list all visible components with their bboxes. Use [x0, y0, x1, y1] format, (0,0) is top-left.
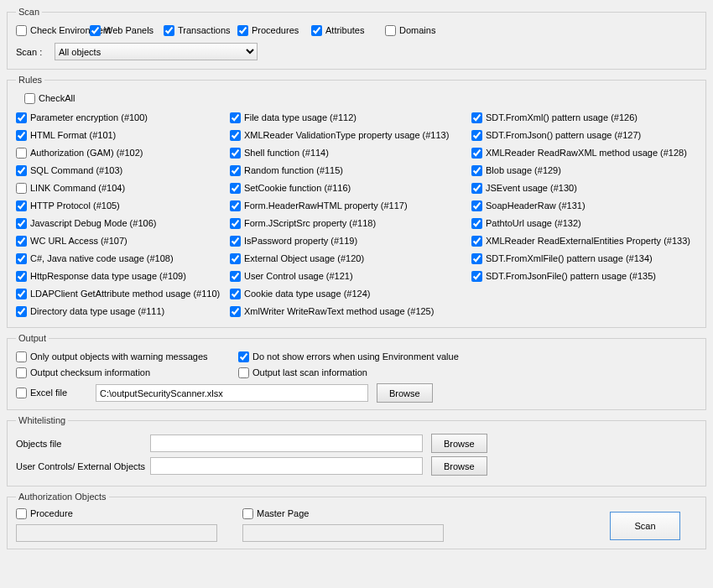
rule-item[interactable]: PathtoUrl usage (#132): [471, 215, 697, 232]
chk-procedure[interactable]: Procedure: [16, 507, 234, 521]
wl-usercontrols-row: User Controls/ External Objects Browse: [16, 456, 697, 476]
rule-item[interactable]: Blob usage (#129): [471, 162, 697, 180]
rule-label: PathtoUrl usage (#132): [486, 216, 581, 231]
rule-label: XMLReader ReadExternalEntities Property …: [486, 234, 690, 248]
rules-grid: Parameter encryption (#100)HTML Format (…: [16, 109, 697, 320]
wl-objects-browse-button[interactable]: Browse: [431, 434, 487, 453]
rule-label: HTTP Protocol (#105): [30, 199, 120, 213]
rule-item[interactable]: IsPassword property (#119): [230, 232, 471, 250]
auth-fieldset: Authorization Objects Procedure Master P…: [7, 492, 706, 549]
rules-col-2: File data type usage (#112)XMLReader Val…: [230, 109, 471, 320]
rule-label: SQL Command (#103): [30, 164, 122, 178]
rule-item[interactable]: XMLReader ReadRawXML method usage (#128): [471, 144, 697, 162]
master-page-input[interactable]: [242, 524, 444, 542]
scan-types-row: Check Environment Web Panels Transaction…: [16, 23, 697, 38]
chk-checkall[interactable]: CheckAll: [24, 91, 75, 106]
rule-item[interactable]: SQL Command (#103): [16, 162, 230, 180]
auth-master-col: Master Page: [242, 507, 469, 542]
wl-objects-row: Objects file Browse: [16, 434, 697, 453]
wl-usercontrols-input[interactable]: [150, 457, 423, 475]
rule-item[interactable]: SoapHeaderRaw (#131): [471, 197, 697, 215]
rule-label: IsPassword property (#119): [244, 234, 357, 248]
rule-item[interactable]: Form.JScriptSrc property (#118): [230, 215, 471, 232]
rule-item[interactable]: Javascript Debug Mode (#106): [16, 215, 230, 232]
rule-item[interactable]: C#, Java native code usage (#108): [16, 250, 230, 268]
rule-label: LDAPClient GetAttribute method usage (#1…: [30, 287, 220, 301]
chk-only-warnings[interactable]: Only output objects with warning message…: [16, 350, 230, 364]
rule-item[interactable]: SetCookie function (#116): [230, 180, 471, 197]
rule-label: SetCookie function (#116): [244, 181, 351, 195]
rule-item[interactable]: File data type usage (#112): [230, 109, 471, 127]
scan-select-row: Scan : All objects: [16, 43, 697, 60]
rule-item[interactable]: XmlWriter WriteRawText method usage (#12…: [230, 303, 471, 320]
excel-browse-button[interactable]: Browse: [377, 383, 433, 403]
chk-check-environment[interactable]: Check Environment: [16, 23, 90, 38]
rule-item[interactable]: XMLReader ValidationType property usage …: [230, 127, 471, 144]
rule-label: HttpResponse data type usage (#109): [30, 269, 186, 284]
rule-item[interactable]: HttpResponse data type usage (#109): [16, 268, 230, 285]
rule-item[interactable]: Authorization (GAM) (#102): [16, 144, 230, 162]
rule-item[interactable]: Directory data type usage (#111): [16, 303, 230, 320]
rule-label: XMLReader ReadRawXML method usage (#128): [486, 146, 687, 160]
rule-item[interactable]: JSEvent usage (#130): [471, 180, 697, 197]
rule-item[interactable]: SDT.FromXml() pattern usage (#126): [471, 109, 697, 127]
rule-item[interactable]: Random function (#115): [230, 162, 471, 180]
rule-label: Shell function (#114): [244, 146, 329, 160]
rules-col-3: SDT.FromXml() pattern usage (#126)SDT.Fr…: [471, 109, 697, 320]
rule-label: Form.HeaderRawHTML property (#117): [244, 199, 408, 213]
scan-select-label: Scan :: [16, 47, 55, 57]
rule-label: WC URL Access (#107): [30, 234, 128, 248]
rule-label: Authorization (GAM) (#102): [30, 146, 143, 160]
rule-item[interactable]: Cookie data type usage (#124): [230, 285, 471, 303]
scan-button-wrap: Scan: [610, 507, 697, 540]
rule-item[interactable]: LDAPClient GetAttribute method usage (#1…: [16, 285, 230, 303]
procedure-input[interactable]: [16, 524, 217, 542]
excel-path-input[interactable]: [96, 384, 368, 402]
rule-label: SDT.FromJson() pattern usage (#127): [486, 128, 641, 143]
chk-web-panels[interactable]: Web Panels: [90, 23, 164, 38]
auth-cols: Procedure Master Page: [16, 507, 610, 542]
chk-transactions[interactable]: Transactions: [164, 23, 237, 38]
rule-label: External Object usage (#120): [244, 252, 364, 266]
scan-button[interactable]: Scan: [610, 512, 680, 540]
wl-objects-label: Objects file: [16, 439, 150, 449]
rule-item[interactable]: External Object usage (#120): [230, 250, 471, 268]
rule-label: Random function (#115): [244, 164, 343, 178]
whitelisting-legend: Whitelisting: [16, 415, 68, 425]
scan-fieldset: Scan Check Environment Web Panels Transa…: [7, 7, 706, 70]
chk-excel-file[interactable]: Excel file: [16, 386, 87, 400]
auth-bottom: Procedure Master Page Scan: [16, 507, 697, 542]
wl-usercontrols-browse-button[interactable]: Browse: [431, 456, 487, 476]
rule-item[interactable]: HTTP Protocol (#105): [16, 197, 230, 215]
output-fieldset: Output Only output objects with warning …: [7, 333, 706, 410]
chk-master-page[interactable]: Master Page: [242, 507, 461, 521]
rule-label: HTML Format (#101): [30, 128, 116, 143]
rule-label: XMLReader ValidationType property usage …: [244, 128, 449, 143]
rule-item[interactable]: Form.HeaderRawHTML property (#117): [230, 197, 471, 215]
chk-domains[interactable]: Domains: [385, 23, 459, 38]
scan-select[interactable]: All objects: [55, 43, 258, 60]
rule-item[interactable]: WC URL Access (#107): [16, 232, 230, 250]
rule-label: Javascript Debug Mode (#106): [30, 216, 156, 231]
rule-label: JSEvent usage (#130): [486, 181, 577, 195]
rule-item[interactable]: LINK Command (#104): [16, 180, 230, 197]
chk-attributes[interactable]: Attributes: [311, 23, 385, 38]
chk-procedures[interactable]: Procedures: [237, 23, 311, 38]
rule-item[interactable]: SDT.FromJson() pattern usage (#127): [471, 127, 697, 144]
rule-item[interactable]: User Control usage (#121): [230, 268, 471, 285]
chk-no-env-errors[interactable]: Do not show errors when using Environmen…: [238, 350, 459, 364]
chk-checksum[interactable]: Output checksum information: [16, 366, 230, 380]
rule-item[interactable]: SDT.FromXmlFile() pattern usage (#134): [471, 250, 697, 268]
rule-item[interactable]: XMLReader ReadExternalEntities Property …: [471, 232, 697, 250]
wl-objects-input[interactable]: [150, 434, 423, 452]
rule-item[interactable]: Shell function (#114): [230, 144, 471, 162]
rule-item[interactable]: Parameter encryption (#100): [16, 109, 230, 127]
rule-item[interactable]: HTML Format (#101): [16, 127, 230, 144]
output-row-1: Only output objects with warning message…: [16, 350, 697, 364]
rule-label: Blob usage (#129): [486, 164, 561, 178]
wl-usercontrols-label: User Controls/ External Objects: [16, 461, 150, 471]
auth-legend: Authorization Objects: [16, 492, 109, 502]
chk-last-scan[interactable]: Output last scan information: [238, 366, 367, 380]
rule-item[interactable]: SDT.FromJsonFile() pattern usage (#135): [471, 268, 697, 285]
rule-label: Cookie data type usage (#124): [244, 287, 370, 301]
